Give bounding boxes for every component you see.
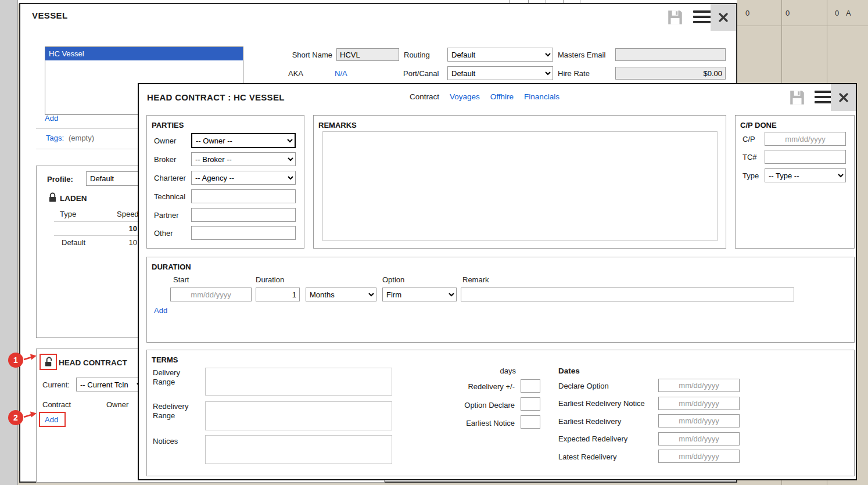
partner-label: Partner bbox=[154, 211, 179, 220]
option-column-header: Option bbox=[382, 275, 404, 284]
charterer-select[interactable]: -- Agency -- bbox=[191, 171, 296, 185]
profile-row-value: 10 bbox=[115, 238, 137, 247]
duration-title: DURATION bbox=[152, 263, 191, 271]
owner-column-header: Owner bbox=[106, 400, 128, 409]
expected-redelivery-label: Expected Redelivery bbox=[558, 434, 627, 443]
partner-input[interactable] bbox=[191, 208, 296, 222]
port-canal-select[interactable]: Default bbox=[447, 66, 553, 80]
menu-icon[interactable] bbox=[693, 10, 712, 26]
tab-offhire[interactable]: Offhire bbox=[490, 92, 514, 101]
close-icon bbox=[718, 12, 729, 23]
background-cell: 0 bbox=[835, 9, 839, 17]
other-label: Other bbox=[154, 229, 173, 238]
earliest-redelivery-notice-date-input[interactable] bbox=[658, 397, 740, 410]
owner-label: Owner bbox=[154, 136, 176, 145]
duration-value-input[interactable] bbox=[256, 288, 300, 301]
routing-label: Routing bbox=[404, 51, 430, 59]
close-icon bbox=[838, 92, 849, 103]
vessel-window-title: VESSEL bbox=[32, 10, 68, 20]
aka-label: AKA bbox=[288, 69, 303, 78]
redelivery-plus-minus-input[interactable] bbox=[521, 379, 540, 393]
short-name-label: Short Name bbox=[285, 51, 332, 59]
annotation-step-2: 2 bbox=[8, 410, 23, 425]
routing-select[interactable]: Default bbox=[447, 48, 553, 62]
head-contract-add-link[interactable]: Add bbox=[45, 415, 58, 424]
tab-contract[interactable]: Contract bbox=[410, 92, 439, 101]
broker-label: Broker bbox=[154, 155, 176, 164]
remark-column-header: Remark bbox=[462, 275, 489, 284]
owner-select[interactable]: -- Owner -- bbox=[191, 133, 296, 148]
head-contract-modal: HEAD CONTRACT : HC VESSEL Contract Voyag… bbox=[138, 83, 857, 480]
cp-done-title: C/P DONE bbox=[740, 121, 777, 130]
tags-link[interactable]: Tags: bbox=[46, 134, 64, 142]
earliest-redelivery-date-input[interactable] bbox=[658, 414, 740, 427]
type-select[interactable]: -- Type -- bbox=[765, 168, 846, 182]
close-button[interactable] bbox=[711, 4, 736, 31]
expected-redelivery-date-input[interactable] bbox=[658, 432, 740, 446]
earliest-notice-input[interactable] bbox=[521, 415, 540, 429]
annotation-arrow-2 bbox=[23, 411, 37, 419]
terms-section: TERMS Delivery Range Redelivery Range No… bbox=[146, 350, 855, 476]
technical-input[interactable] bbox=[191, 189, 296, 203]
aka-link[interactable]: N/A bbox=[335, 69, 347, 78]
terms-title: TERMS bbox=[152, 355, 178, 364]
save-icon[interactable] bbox=[666, 9, 684, 26]
remarks-title: REMARKS bbox=[318, 121, 357, 130]
annotation-arrow-1 bbox=[23, 353, 37, 361]
duration-start-date-input[interactable] bbox=[170, 288, 252, 301]
background-grid-line bbox=[737, 26, 868, 26]
declare-option-label: Declare Option bbox=[558, 382, 609, 390]
delivery-range-textarea[interactable] bbox=[205, 368, 392, 396]
latest-redelivery-label: Latest Redelivery bbox=[558, 452, 616, 461]
duration-unit-select[interactable]: Months bbox=[306, 288, 376, 301]
lock-closed-icon[interactable] bbox=[48, 192, 57, 205]
masters-email-input[interactable] bbox=[615, 48, 726, 61]
duration-section: DURATION Start Duration Option Remark Mo… bbox=[146, 257, 855, 343]
hire-rate-input[interactable] bbox=[615, 67, 726, 80]
cp-label: C/P bbox=[743, 135, 755, 143]
background-cell: 0 bbox=[785, 9, 790, 17]
background-cell: A bbox=[846, 9, 851, 17]
latest-redelivery-date-input[interactable] bbox=[658, 450, 740, 463]
current-label: Current: bbox=[42, 380, 70, 389]
parties-section: PARTIES Owner -- Owner -- Broker -- Brok… bbox=[146, 115, 304, 249]
days-label: days bbox=[437, 367, 516, 375]
parties-title: PARTIES bbox=[152, 121, 184, 130]
duration-remark-input[interactable] bbox=[461, 288, 794, 301]
vessel-list-item[interactable]: HC Vessel bbox=[45, 47, 243, 60]
remarks-textarea[interactable] bbox=[322, 131, 718, 241]
tab-voyages[interactable]: Voyages bbox=[450, 92, 480, 101]
duration-add-link[interactable]: Add bbox=[154, 306, 167, 315]
option-declare-input[interactable] bbox=[521, 397, 540, 411]
annotation-highlight-add: Add bbox=[39, 412, 66, 427]
current-contract-select[interactable]: -- Current TcIn bbox=[76, 378, 145, 391]
short-name-input[interactable] bbox=[336, 48, 399, 61]
tc-number-label: TC# bbox=[743, 153, 757, 161]
start-column-header: Start bbox=[173, 275, 189, 284]
redelivery-range-textarea[interactable] bbox=[205, 401, 392, 430]
charterer-label: Charterer bbox=[154, 174, 186, 182]
notices-textarea[interactable] bbox=[205, 435, 392, 464]
laden-label: LADEN bbox=[60, 194, 87, 203]
tags-row: Tags: (empty) bbox=[36, 128, 139, 149]
duration-option-select[interactable]: Firm bbox=[382, 288, 457, 301]
speed-column-header: Speed bbox=[117, 210, 139, 218]
other-input[interactable] bbox=[191, 226, 296, 240]
lock-open-icon[interactable] bbox=[44, 357, 53, 367]
speed-value: 10 bbox=[115, 224, 137, 233]
cp-date-input[interactable] bbox=[765, 132, 846, 146]
declare-option-date-input[interactable] bbox=[658, 379, 740, 392]
broker-select[interactable]: -- Broker -- bbox=[191, 152, 296, 166]
earliest-redelivery-notice-label: Earliest Redelivery Notice bbox=[558, 399, 645, 408]
type-column-header: Type bbox=[60, 210, 76, 218]
close-button[interactable] bbox=[831, 84, 856, 111]
save-icon[interactable] bbox=[788, 89, 806, 106]
delivery-range-label: Delivery Range bbox=[153, 368, 199, 387]
tab-financials[interactable]: Financials bbox=[524, 92, 559, 101]
tc-number-input[interactable] bbox=[765, 150, 846, 164]
background-cell: 0 bbox=[745, 9, 749, 17]
vessel-add-link[interactable]: Add bbox=[45, 114, 58, 123]
redelivery-plus-minus-label: Redelivery +/- bbox=[437, 382, 515, 391]
annotation-highlight-lock bbox=[40, 354, 57, 370]
tags-value: (empty) bbox=[69, 134, 94, 142]
